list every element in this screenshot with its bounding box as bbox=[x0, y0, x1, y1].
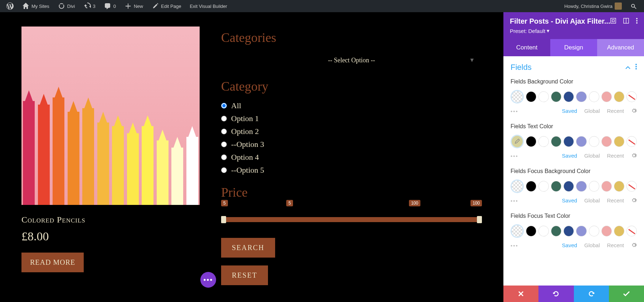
color-swatch[interactable] bbox=[538, 226, 549, 236]
user-greeting[interactable]: Howdy, Christina Gwira bbox=[561, 0, 625, 12]
section-more-icon[interactable] bbox=[635, 64, 637, 71]
color-swatch[interactable] bbox=[589, 226, 599, 236]
color-swatch[interactable] bbox=[551, 136, 561, 147]
color-swatch[interactable] bbox=[551, 181, 561, 192]
color-current[interactable] bbox=[511, 90, 524, 104]
color-current[interactable] bbox=[511, 224, 524, 238]
tab-advanced[interactable]: Advanced bbox=[597, 39, 644, 56]
swatch-tab-global[interactable]: Global bbox=[584, 197, 600, 204]
category-label[interactable]: All bbox=[231, 101, 241, 110]
color-swatch[interactable] bbox=[564, 181, 574, 192]
color-swatch[interactable] bbox=[564, 226, 574, 236]
color-none[interactable] bbox=[626, 181, 637, 192]
swatch-tab-saved[interactable]: Saved bbox=[562, 153, 577, 159]
my-sites-link[interactable]: My Sites bbox=[19, 0, 53, 12]
more-swatches-icon[interactable]: ••• bbox=[511, 198, 518, 204]
gear-icon[interactable] bbox=[631, 153, 637, 159]
color-current[interactable] bbox=[511, 179, 524, 193]
updates-link[interactable]: 3 bbox=[80, 0, 99, 12]
swatch-tab-recent[interactable]: Recent bbox=[607, 108, 624, 115]
undo-button[interactable] bbox=[538, 286, 574, 302]
category-label[interactable]: Option 4 bbox=[231, 153, 259, 162]
category-label[interactable]: Option 2 bbox=[231, 127, 259, 136]
color-swatch[interactable] bbox=[614, 181, 624, 192]
color-swatch[interactable] bbox=[614, 226, 624, 236]
color-swatch[interactable] bbox=[538, 181, 549, 192]
gear-icon[interactable] bbox=[631, 197, 637, 204]
site-name-link[interactable]: Divi bbox=[54, 0, 79, 12]
category-radio-4[interactable] bbox=[221, 154, 227, 160]
category-label[interactable]: --Option 5 bbox=[231, 166, 264, 175]
swatch-tab-global[interactable]: Global bbox=[584, 108, 600, 115]
color-swatch[interactable] bbox=[576, 91, 586, 102]
color-swatch[interactable] bbox=[538, 136, 549, 147]
price-slider[interactable]: 5 5 100 100 bbox=[221, 211, 482, 225]
color-swatch[interactable] bbox=[526, 91, 536, 102]
color-swatch[interactable] bbox=[576, 181, 586, 192]
color-swatch[interactable] bbox=[601, 91, 612, 102]
more-icon[interactable] bbox=[636, 18, 638, 25]
slider-track[interactable] bbox=[221, 217, 482, 222]
section-title[interactable]: Fields bbox=[511, 63, 532, 72]
exit-builder-link[interactable]: Exit Visual Builder bbox=[186, 0, 231, 12]
category-radio-all[interactable] bbox=[221, 103, 227, 109]
color-swatch[interactable] bbox=[576, 136, 586, 147]
collapse-icon[interactable] bbox=[625, 64, 630, 71]
color-swatch[interactable] bbox=[601, 181, 612, 192]
swatch-tab-recent[interactable]: Recent bbox=[607, 153, 624, 159]
category-label[interactable]: --Option 3 bbox=[231, 140, 264, 149]
swatch-tab-recent[interactable]: Recent bbox=[607, 242, 624, 249]
tab-content[interactable]: Content bbox=[503, 39, 550, 56]
category-label[interactable]: Option 1 bbox=[231, 114, 259, 123]
swatch-tab-saved[interactable]: Saved bbox=[562, 197, 577, 204]
preset-selector[interactable]: Preset: Default ▾ bbox=[510, 28, 638, 34]
color-swatch[interactable] bbox=[526, 181, 536, 192]
category-radio-2[interactable] bbox=[221, 129, 227, 134]
new-link[interactable]: New bbox=[121, 0, 147, 12]
color-swatch[interactable] bbox=[526, 136, 536, 147]
more-swatches-icon[interactable]: ••• bbox=[511, 108, 518, 114]
color-swatch[interactable] bbox=[551, 91, 561, 102]
color-none[interactable] bbox=[626, 226, 637, 236]
search-button[interactable]: SEARCH bbox=[221, 238, 275, 258]
color-swatch[interactable] bbox=[551, 226, 561, 236]
search-button[interactable] bbox=[627, 0, 641, 12]
cancel-button[interactable] bbox=[503, 286, 538, 302]
color-none[interactable] bbox=[626, 136, 637, 147]
color-swatch[interactable] bbox=[589, 91, 599, 102]
swatch-tab-saved[interactable]: Saved bbox=[562, 242, 577, 249]
more-swatches-icon[interactable]: ••• bbox=[511, 153, 518, 159]
color-swatch[interactable] bbox=[614, 91, 624, 102]
category-radio-5[interactable] bbox=[221, 167, 227, 173]
wp-logo[interactable] bbox=[3, 0, 17, 12]
color-none[interactable] bbox=[626, 91, 637, 102]
categories-select[interactable]: -- Select Option -- bbox=[221, 52, 482, 68]
category-radio-1[interactable] bbox=[221, 116, 227, 121]
expand-icon[interactable] bbox=[610, 18, 616, 25]
swatch-tab-recent[interactable]: Recent bbox=[607, 197, 624, 204]
swatch-tab-saved[interactable]: Saved bbox=[562, 108, 577, 115]
tab-design[interactable]: Design bbox=[550, 39, 597, 56]
color-swatch[interactable] bbox=[614, 136, 624, 147]
read-more-button[interactable]: Read More bbox=[21, 253, 84, 272]
edit-page-link[interactable]: Edit Page bbox=[148, 0, 185, 12]
gear-icon[interactable] bbox=[631, 242, 637, 249]
color-swatch[interactable] bbox=[526, 226, 536, 236]
color-current[interactable] bbox=[511, 135, 524, 148]
color-swatch[interactable] bbox=[538, 91, 549, 102]
more-swatches-icon[interactable]: ••• bbox=[511, 243, 518, 249]
color-swatch[interactable] bbox=[589, 136, 599, 147]
color-swatch[interactable] bbox=[589, 181, 599, 192]
divi-fab-button[interactable]: ••• bbox=[200, 272, 216, 288]
reset-button[interactable]: RESET bbox=[221, 265, 268, 285]
comments-link[interactable]: 0 bbox=[101, 0, 119, 12]
product-image[interactable] bbox=[21, 27, 200, 205]
swatch-tab-global[interactable]: Global bbox=[584, 153, 600, 159]
save-button[interactable] bbox=[609, 286, 644, 302]
drag-icon[interactable] bbox=[623, 18, 629, 25]
color-swatch[interactable] bbox=[564, 91, 574, 102]
color-swatch[interactable] bbox=[601, 136, 612, 147]
gear-icon[interactable] bbox=[631, 108, 637, 115]
category-radio-3[interactable] bbox=[221, 142, 227, 147]
swatch-tab-global[interactable]: Global bbox=[584, 242, 600, 249]
